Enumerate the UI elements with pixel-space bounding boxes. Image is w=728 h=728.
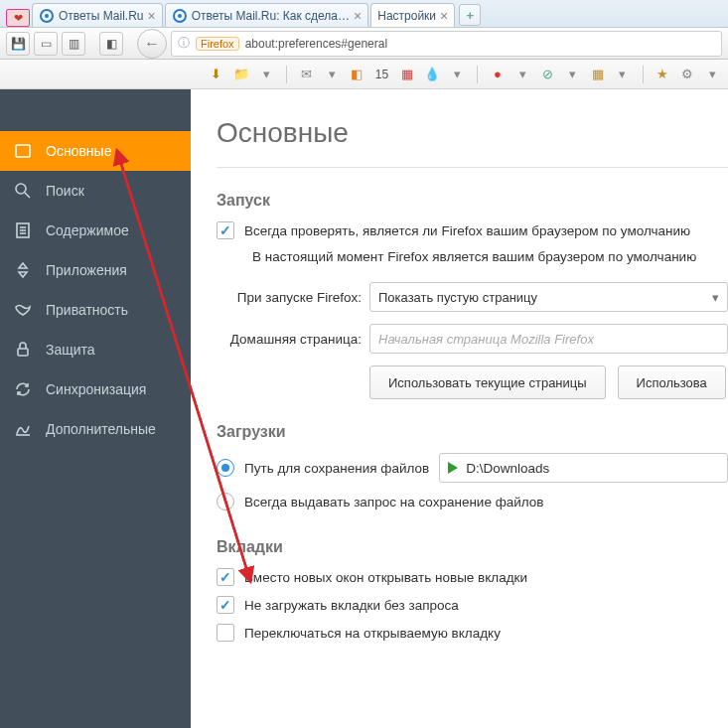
- window-icon[interactable]: ◧: [99, 32, 123, 56]
- address-bar[interactable]: ⓘ Firefox: [171, 31, 722, 57]
- homepage-input[interactable]: Начальная страница Mozilla Firefox: [369, 324, 728, 354]
- svg-point-3: [178, 14, 182, 18]
- orange-square-icon[interactable]: ◧: [350, 66, 364, 83]
- svg-rect-11: [18, 349, 28, 356]
- tab-close-icon[interactable]: ×: [147, 8, 155, 24]
- heart-button[interactable]: ❤: [6, 9, 30, 27]
- radio-save-path[interactable]: [217, 459, 234, 477]
- url-input[interactable]: [245, 37, 715, 51]
- use-bookmark-button[interactable]: Использова: [618, 365, 726, 399]
- preferences-content: Основные Запуск Всегда проверять, являет…: [191, 89, 728, 728]
- advanced-icon: [14, 420, 32, 438]
- sidebar-label: Приложения: [46, 262, 127, 278]
- browser-tab[interactable]: Ответы Mail.Ru ×: [32, 3, 163, 27]
- preferences-sidebar: Основные Поиск Содержимое Приложения При…: [0, 89, 191, 728]
- tab-label: Ответы Mail.Ru: Как сдела…: [192, 9, 350, 23]
- browser-tab-active[interactable]: Настройки ×: [370, 3, 455, 27]
- dropdown-icon[interactable]: ▾: [565, 66, 580, 83]
- save-icon[interactable]: 💾: [6, 32, 30, 56]
- section-tabs-title: Вкладки: [217, 538, 728, 556]
- checkbox-label: Не загружать вкладки без запроса: [244, 598, 459, 613]
- sidebar-item-content[interactable]: Содержимое: [0, 211, 191, 250]
- block-icon[interactable]: ⊘: [540, 66, 555, 83]
- homepage-buttons: Использовать текущие страницы Использова: [217, 365, 728, 399]
- sidebar-label: Синхронизация: [46, 381, 146, 397]
- sidebar-item-applications[interactable]: Приложения: [0, 250, 191, 290]
- svg-point-5: [16, 184, 26, 194]
- sidebar-item-sync[interactable]: Синхронизация: [0, 369, 191, 409]
- sidebar-label: Поиск: [46, 183, 84, 199]
- svg-rect-4: [16, 145, 30, 157]
- svg-line-6: [25, 193, 30, 198]
- checkbox-label: Вместо новых окон открывать новые вкладк…: [244, 570, 527, 585]
- radio-label: Всегда выдавать запрос на сохранение фай…: [244, 495, 544, 510]
- firefox-pill: Firefox: [196, 37, 239, 51]
- browser-tab[interactable]: Ответы Mail.Ru: Как сдела… ×: [165, 3, 369, 27]
- svg-point-1: [45, 14, 49, 18]
- tab-label: Настройки: [377, 9, 436, 23]
- new-tab-button[interactable]: +: [459, 4, 481, 26]
- tab-close-icon[interactable]: ×: [440, 8, 448, 24]
- default-browser-check-row: Всегда проверять, является ли Firefox ва…: [217, 221, 728, 239]
- folder-icon[interactable]: 📁: [233, 66, 249, 83]
- drop-icon[interactable]: 💧: [424, 66, 440, 83]
- dropdown-icon[interactable]: ▾: [515, 66, 530, 83]
- use-current-pages-button[interactable]: Использовать текущие страницы: [369, 365, 606, 399]
- sidebar-label: Дополнительные: [46, 421, 156, 437]
- grid-icon[interactable]: ▦: [590, 66, 605, 83]
- radio-always-ask[interactable]: [217, 493, 234, 510]
- tab-label: Ответы Mail.Ru: [59, 9, 143, 23]
- section-startup-title: Запуск: [217, 192, 728, 210]
- sidebar-label: Содержимое: [46, 222, 129, 238]
- tabs-noload-row: Не загружать вкладки без запроса: [217, 596, 728, 614]
- sync-icon: [14, 380, 32, 398]
- button-label: Использовать текущие страницы: [388, 375, 587, 390]
- mail-icon[interactable]: ✉: [299, 66, 314, 83]
- search-icon: [14, 182, 32, 200]
- dropdown-icon[interactable]: ▾: [450, 66, 465, 83]
- content-icon: [14, 221, 32, 239]
- placeholder-text: Начальная страница Mozilla Firefox: [378, 332, 594, 347]
- tabs-newwin-row: Вместо новых окон открывать новые вкладк…: [217, 568, 728, 586]
- default-browser-note: В настоящий момент Firefox является ваши…: [217, 249, 728, 264]
- checkbox-dont-load-tabs[interactable]: [217, 596, 234, 614]
- mailru-favicon: [172, 8, 188, 24]
- tab-close-icon[interactable]: ×: [354, 8, 362, 24]
- calendar-icon[interactable]: ▦: [399, 66, 414, 83]
- general-icon: [14, 142, 32, 160]
- section-downloads-title: Загрузки: [217, 423, 728, 441]
- homepage-label: Домашняя страница:: [217, 332, 362, 347]
- dropdown-icon[interactable]: ▾: [324, 66, 339, 83]
- download-path-value: D:\Downloads: [466, 461, 549, 476]
- download-path-field[interactable]: D:\Downloads: [439, 453, 728, 483]
- back-button[interactable]: ←: [137, 29, 167, 59]
- sidebar-item-advanced[interactable]: Дополнительные: [0, 409, 191, 449]
- sidebar-item-privacy[interactable]: Приватность: [0, 290, 191, 330]
- homepage-row: Домашняя страница: Начальная страница Mo…: [217, 324, 728, 354]
- browser-tab-strip: ❤ Ответы Mail.Ru × Ответы Mail.Ru: Как с…: [0, 0, 728, 28]
- dropdown-icon[interactable]: ▾: [259, 66, 274, 83]
- radio-label: Путь для сохранения файлов: [244, 461, 429, 476]
- download-ask-row: Всегда выдавать запрос на сохранение фай…: [217, 493, 728, 510]
- checkbox-default-browser[interactable]: [217, 221, 234, 239]
- checkbox-label: Переключаться на открываемую вкладку: [244, 626, 501, 641]
- doc-icon[interactable]: ▭: [34, 32, 58, 56]
- dropdown-icon[interactable]: ▾: [615, 66, 630, 83]
- star-icon[interactable]: ★: [655, 66, 669, 83]
- browser-toolbar: 💾 ▭ ▥ ◧ ← ⓘ Firefox: [0, 28, 728, 60]
- dropdown-icon[interactable]: ▾: [705, 66, 720, 83]
- privacy-icon: [14, 301, 32, 319]
- gear-icon[interactable]: ⚙: [680, 66, 695, 83]
- red-dot-icon[interactable]: ●: [490, 66, 505, 83]
- apps-icon: [14, 261, 32, 279]
- down-arrow-icon[interactable]: ⬇: [209, 66, 223, 83]
- checkbox-switch-to-tab[interactable]: [217, 624, 234, 642]
- lock-icon: [14, 341, 32, 359]
- on-start-select[interactable]: Показать пустую страницу: [369, 282, 728, 312]
- sidebar-item-search[interactable]: Поиск: [0, 171, 191, 211]
- image-icon[interactable]: ▥: [62, 32, 85, 56]
- sidebar-label: Приватность: [46, 302, 128, 318]
- sidebar-item-general[interactable]: Основные: [0, 131, 191, 171]
- checkbox-new-windows-as-tabs[interactable]: [217, 568, 234, 586]
- sidebar-item-security[interactable]: Защита: [0, 330, 191, 369]
